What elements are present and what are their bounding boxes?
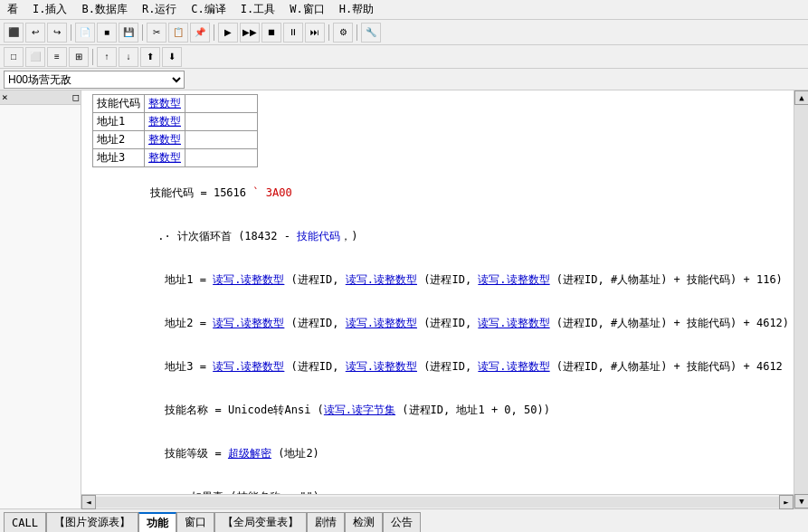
toolbar2-btn-3[interactable]: ≡ <box>47 47 67 67</box>
left-panel: × □ <box>0 90 81 508</box>
skill-addr2-empty <box>185 131 258 149</box>
tab-function[interactable]: 功能 <box>138 512 176 532</box>
code-line-3: 地址1 = 读写.读整数型 (进程ID, 读写.读整数型 (进程ID, 读写.读… <box>85 258 790 301</box>
skill-table-header-name: 技能代码 <box>93 95 145 113</box>
tab-detect[interactable]: 检测 <box>345 512 383 532</box>
hscroll-left-btn[interactable]: ◄ <box>81 495 96 509</box>
toolbar2-btn-8[interactable]: ⬇ <box>162 47 182 67</box>
project-bar: H00场营无敌 <box>0 69 808 90</box>
skill-table-header-empty <box>185 95 258 113</box>
hscroll-bar: ◄ ► <box>81 494 794 508</box>
main-layout: × □ 技能代码 整数型 地址1 整数型 地址2 整数 <box>0 90 808 508</box>
skill-table: 技能代码 整数型 地址1 整数型 地址2 整数型 地址3 整数型 <box>92 94 258 167</box>
left-panel-float[interactable]: □ <box>72 91 79 103</box>
toolbar2-btn-1[interactable]: □ <box>4 47 24 67</box>
tab-story[interactable]: 剧情 <box>307 512 345 532</box>
code-line-1: 技能代码 = 15616 ` 3A00 <box>85 171 790 214</box>
menu-bar: 看 I.插入 B.数据库 R.运行 C.编译 I.工具 W.窗口 H.帮助 <box>0 0 808 20</box>
left-panel-header: × □ <box>0 90 81 105</box>
project-select[interactable]: H00场营无敌 <box>4 71 185 89</box>
vscroll-track[interactable] <box>794 105 808 494</box>
toolbar-btn-12[interactable]: ⏹ <box>261 23 281 43</box>
toolbar-btn-9[interactable]: 📌 <box>190 23 210 43</box>
vscroll-down-btn[interactable]: ▼ <box>794 494 808 508</box>
toolbar-btn-6[interactable]: 💾 <box>119 23 138 43</box>
left-panel-close[interactable]: × <box>2 91 8 103</box>
vscroll-up-btn[interactable]: ▲ <box>794 90 808 105</box>
toolbar2-btn-7[interactable]: ⬆ <box>140 47 160 67</box>
toolbar2-btn-4[interactable]: ⊞ <box>69 47 89 67</box>
tab-announce[interactable]: 公告 <box>383 512 421 532</box>
editor-area[interactable]: 技能代码 整数型 地址1 整数型 地址2 整数型 地址3 整数型 <box>81 90 794 494</box>
editor-wrapper: 技能代码 整数型 地址1 整数型 地址2 整数型 地址3 整数型 <box>81 90 794 508</box>
sep2 <box>142 24 143 41</box>
toolbar-btn-14[interactable]: ⏭ <box>305 23 325 43</box>
code-line-2: .· 计次循环首 (18432 - 技能代码，) <box>85 214 790 258</box>
code-line-5: 地址3 = 读写.读整数型 (进程ID, 读写.读整数型 (进程ID, 读写.读… <box>85 345 790 388</box>
toolbar-btn-11[interactable]: ▶▶ <box>240 23 260 43</box>
toolbar2-btn-5[interactable]: ↑ <box>97 47 117 67</box>
toolbar-row1: ⬛ ↩ ↪ 📄 ■ 💾 ✂ 📋 📌 ▶ ▶▶ ⏹ ⏸ ⏭ ⚙ 🔧 <box>0 20 808 45</box>
menu-help[interactable]: H.帮助 <box>336 1 377 18</box>
code-line-4: 地址2 = 读写.读整数型 (进程ID, 读写.读整数型 (进程ID, 读写.读… <box>85 301 790 345</box>
toolbar-btn-3[interactable]: ↪ <box>47 23 67 43</box>
skill-addr1-type[interactable]: 整数型 <box>145 113 185 131</box>
skill-addr3-empty <box>185 149 258 167</box>
code-line-7: 技能等级 = 超级解密 (地址2) <box>85 432 790 475</box>
menu-window[interactable]: W.窗口 <box>286 1 328 18</box>
menu-compile[interactable]: C.编译 <box>187 1 229 18</box>
toolbar-btn-16[interactable]: 🔧 <box>361 23 381 43</box>
menu-db[interactable]: B.数据库 <box>78 1 130 18</box>
skill-table-header-type[interactable]: 整数型 <box>145 95 185 113</box>
toolbar-row2: □ ⬜ ≡ ⊞ ↑ ↓ ⬆ ⬇ <box>0 45 808 69</box>
menu-run[interactable]: R.运行 <box>138 1 180 18</box>
skill-addr1-empty <box>185 113 258 131</box>
tab-images[interactable]: 【图片资源表】 <box>46 512 138 532</box>
menu-insert[interactable]: I.插入 <box>29 1 71 18</box>
left-panel-content <box>0 105 81 508</box>
sep6 <box>92 49 93 65</box>
tab-window[interactable]: 窗口 <box>176 512 214 532</box>
skill-addr3-type[interactable]: 整数型 <box>145 149 185 167</box>
tab-call[interactable]: CALL <box>4 512 46 532</box>
toolbar-btn-2[interactable]: ↩ <box>25 23 45 43</box>
code-line-6: 技能名称 = Unicode转Ansi (读写.读字节集 (进程ID, 地址1 … <box>85 388 790 432</box>
skill-addr2-type[interactable]: 整数型 <box>145 131 185 149</box>
right-panel: ▲ ▼ <box>794 90 808 508</box>
toolbar-btn-15[interactable]: ⚙ <box>333 23 353 43</box>
sep1 <box>71 24 71 41</box>
code-line-8: .···如果真 (技能名称 ≠ "") <box>85 475 790 494</box>
sep5 <box>356 24 357 41</box>
sep4 <box>328 24 329 41</box>
skill-addr2-label: 地址2 <box>93 131 145 149</box>
menu-tools[interactable]: I.工具 <box>237 1 279 18</box>
menu-look[interactable]: 看 <box>4 1 22 18</box>
hscroll-right-btn[interactable]: ► <box>779 495 794 509</box>
toolbar-btn-4[interactable]: 📄 <box>75 23 95 43</box>
toolbar-btn-1[interactable]: ⬛ <box>4 23 24 43</box>
sep3 <box>214 24 214 41</box>
code-block: 技能代码 = 15616 ` 3A00 .· 计次循环首 (18432 - 技能… <box>85 171 790 494</box>
toolbar2-btn-6[interactable]: ↓ <box>119 47 138 67</box>
skill-addr3-label: 地址3 <box>93 149 145 167</box>
toolbar2-btn-2[interactable]: ⬜ <box>25 47 45 67</box>
tab-globals[interactable]: 【全局变量表】 <box>214 512 307 532</box>
toolbar-btn-10[interactable]: ▶ <box>218 23 238 43</box>
toolbar-btn-13[interactable]: ⏸ <box>283 23 303 43</box>
tab-bar: CALL 【图片资源表】 功能 窗口 【全局变量表】 剧情 检测 公告 <box>0 508 808 532</box>
toolbar-btn-7[interactable]: ✂ <box>147 23 166 43</box>
skill-addr1-label: 地址1 <box>93 113 145 131</box>
hscroll-track[interactable] <box>96 497 779 508</box>
toolbar-btn-8[interactable]: 📋 <box>168 23 188 43</box>
toolbar-btn-5[interactable]: ■ <box>97 23 117 43</box>
